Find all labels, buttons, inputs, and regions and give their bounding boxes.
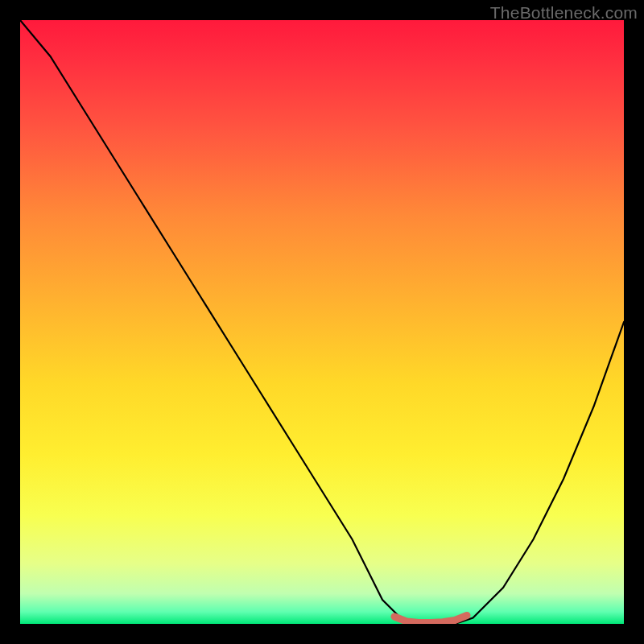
plot-area <box>20 20 624 624</box>
minimum-marker <box>394 616 467 623</box>
chart-frame: TheBottleneck.com <box>0 0 644 644</box>
bottleneck-curve <box>20 20 624 624</box>
chart-svg <box>20 20 624 624</box>
watermark-text: TheBottleneck.com <box>490 3 638 23</box>
